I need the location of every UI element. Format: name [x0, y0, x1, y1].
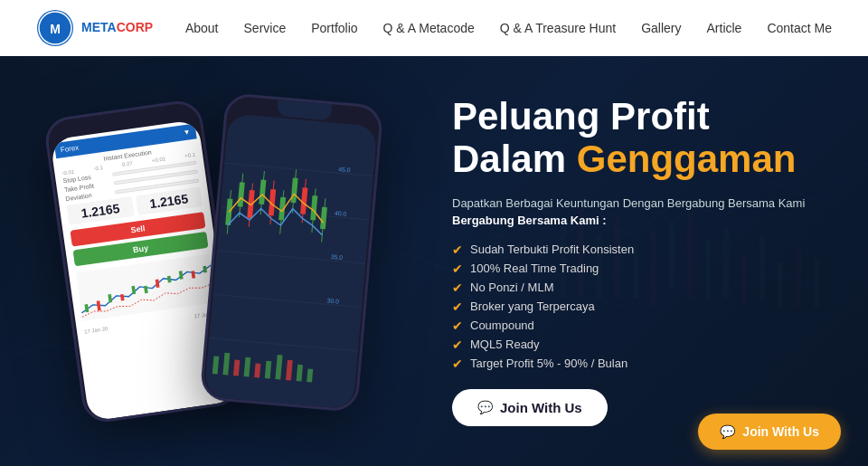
trade-form: Instant Execution -0.01-0.10.27+0.01+0.1…: [56, 138, 222, 338]
check-icon-4: ✔: [452, 300, 463, 314]
nav-item-qa-treasure[interactable]: Q & A Treasure Hunt: [500, 20, 616, 36]
hero-subtitle-bold: Bergabung Bersama Kami :: [452, 214, 607, 227]
join-btn-main-label: Join With Us: [500, 400, 582, 415]
check-icon-3: ✔: [452, 281, 463, 295]
hero-title-line2-normal: Dalam: [452, 138, 577, 180]
features-list: ✔Sudah Terbukti Profit Konsisten ✔100% R…: [452, 243, 832, 371]
hero-title-highlight: Genggaman: [577, 138, 797, 180]
phone-right-notch: [277, 100, 332, 120]
phone-right-screen: 45.0 40.0 35.0 30.0: [204, 113, 378, 409]
hero-title: Peluang Profit Dalam Genggaman: [452, 96, 832, 179]
check-icon-7: ✔: [452, 357, 463, 371]
feature-item: ✔No Ponzi / MLM: [452, 281, 832, 295]
svg-text:M: M: [50, 22, 61, 36]
svg-text:30.0: 30.0: [326, 297, 339, 304]
logo: M METACORP: [36, 9, 153, 47]
sell-price: 1.2165: [70, 199, 131, 222]
currency-label: Forex: [60, 143, 80, 154]
message-icon-floating: 💬: [720, 424, 735, 439]
hero-subtitle-text: Dapatkan Berbagai Keuntungan Dengan Berg…: [452, 196, 805, 210]
feature-item: ✔Coumpound: [452, 319, 832, 333]
feature-item: ✔Broker yang Terpercaya: [452, 300, 832, 314]
svg-text:40.0: 40.0: [335, 209, 347, 216]
nav-item-portfolio[interactable]: Portfolio: [311, 20, 357, 36]
check-icon-1: ✔: [452, 243, 463, 257]
logo-corp-text: CORP: [117, 20, 153, 34]
nav-item-service[interactable]: Service: [244, 20, 287, 36]
join-button-floating[interactable]: 💬 Join With Us: [698, 414, 841, 450]
nav-links: About Service Portfolio Q & A Metacode Q…: [185, 20, 832, 36]
nav-item-contact[interactable]: Contact Me: [767, 20, 832, 36]
candlestick-chart: 45.0 40.0 35.0 30.0: [204, 113, 378, 409]
feature-item: ✔MQL5 Ready: [452, 338, 832, 352]
hero-content: Peluang Profit Dalam Genggaman Dapatkan …: [434, 96, 832, 425]
hero-title-line1: Peluang Profit: [452, 95, 710, 138]
feature-item: ✔Sudah Terbukti Profit Konsisten: [452, 243, 832, 257]
nav-item-qa-metacode[interactable]: Q & A Metacode: [383, 20, 475, 36]
logo-meta-text: META: [81, 20, 117, 34]
buy-price: 1.2165: [138, 189, 200, 212]
phones-container: Forex ▼ Instant Execution -0.01-0.10.27+…: [36, 71, 434, 452]
nav-item-about[interactable]: About: [185, 20, 219, 36]
join-button-main[interactable]: 💬 Join With Us: [452, 389, 608, 426]
svg-text:45.0: 45.0: [338, 166, 351, 173]
logo-icon: M: [36, 9, 74, 47]
feature-item: ✔Target Profit 5% - 90% / Bulan: [452, 357, 832, 371]
hero-subtitle: Dapatkan Berbagai Keuntungan Dengan Berg…: [452, 195, 832, 230]
navbar: M METACORP About Service Portfolio Q & A…: [0, 0, 868, 56]
nav-item-article[interactable]: Article: [707, 20, 742, 36]
phone-right: 45.0 40.0 35.0 30.0: [200, 92, 384, 413]
check-icon-6: ✔: [452, 338, 463, 352]
feature-item: ✔100% Real Time Trading: [452, 262, 832, 276]
join-btn-floating-label: Join With Us: [742, 424, 819, 439]
check-icon-2: ✔: [452, 262, 463, 276]
nav-item-gallery[interactable]: Gallery: [641, 20, 681, 36]
svg-text:35.0: 35.0: [331, 253, 344, 261]
check-icon-5: ✔: [452, 319, 463, 333]
message-icon-main: 💬: [477, 400, 493, 414]
hero-section: Forex ▼ Instant Execution -0.01-0.10.27+…: [0, 56, 868, 466]
